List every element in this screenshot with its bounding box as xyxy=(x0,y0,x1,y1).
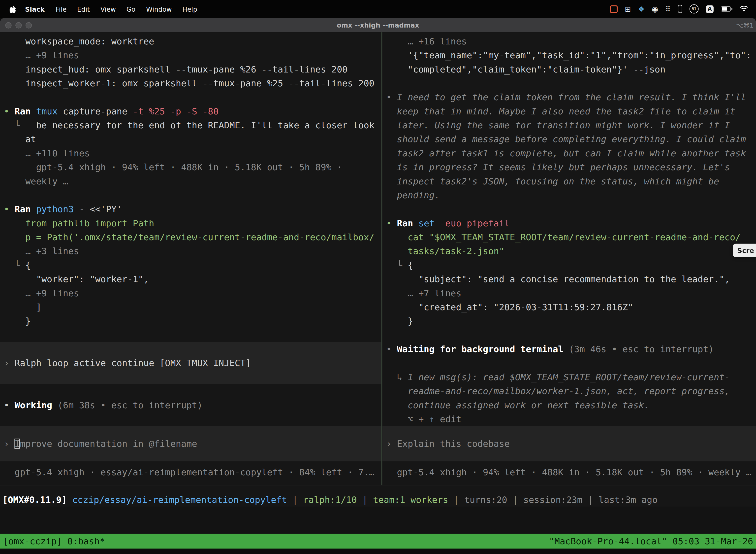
terminal-blank-line xyxy=(382,356,756,370)
text-segment: 1 new msg(s): read $OMX_TEAM_STATE_ROOT/… xyxy=(408,372,730,382)
blue-app-icon[interactable]: ❖ xyxy=(638,4,645,13)
terminal-line: continue assigned work or next feasible … xyxy=(382,398,756,412)
text-segment: … +7 lines xyxy=(386,288,461,298)
dots-grid-icon[interactable]: ⠿ xyxy=(666,4,671,13)
terminal-line: } xyxy=(382,314,756,328)
text-segment: ] xyxy=(4,302,42,312)
text-segment: -t %25 -p -S -80 xyxy=(133,106,218,116)
menu-item-help[interactable]: Help xyxy=(177,5,203,13)
zoom-button[interactable] xyxy=(25,22,32,28)
input-source-icon[interactable]: A xyxy=(706,5,713,13)
terminal-blank-line xyxy=(382,328,756,342)
terminal-line: task2 after task1 is complete, but can I… xyxy=(382,146,756,160)
screen: Slack FileEditViewGoWindowHelp ⊞ ❖ ◉ ⠿ 6… xyxy=(0,0,756,554)
text-segment: inspect_worker-1: omx sparkshell --tmux-… xyxy=(4,78,375,88)
text-segment: | xyxy=(582,494,598,505)
text-segment: Ralph loop active continue [OMX_TMUX_INJ… xyxy=(15,358,251,368)
window-title-bar: omx --xhigh --madmax ⌥⌘1 xyxy=(0,18,756,32)
menu-item-edit[interactable]: Edit xyxy=(72,5,95,13)
text-segment: Working xyxy=(15,400,58,410)
text-segment: Ran xyxy=(397,218,419,228)
wifi-icon[interactable] xyxy=(740,6,748,12)
text-segment: gpt-5.4 xhigh · 94% left · 488K in · 5.1… xyxy=(386,467,751,477)
terminal-line: should send a message before completing … xyxy=(382,132,756,146)
text-segment: '{"team_name":"my-team","task_id":"1","f… xyxy=(386,50,751,60)
text-segment: readme-and-reco/mailbox/worker-1.json, a… xyxy=(386,386,730,396)
text-segment: … +9 lines xyxy=(4,288,79,298)
menu-items: FileEditViewGoWindowHelp xyxy=(50,5,202,13)
text-segment: inspect task2's JSON, focusing on the st… xyxy=(386,176,719,186)
menu-item-file[interactable]: File xyxy=(50,5,72,13)
pane-status-line: gpt-5.4 xhigh · essay/ai-reimplementatio… xyxy=(0,465,381,479)
terminal-blank-line xyxy=(0,412,381,426)
text-segment: (3m 46s • esc to interrupt) xyxy=(569,344,714,354)
text-segment: "completed","claim_token":"claim-token"}… xyxy=(386,64,666,74)
bottom-strip xyxy=(0,549,756,554)
terminal-pane-left[interactable]: workspace_mode: worktree … +9 lines insp… xyxy=(0,32,381,485)
terminal-empty-area xyxy=(0,507,756,534)
battery-percent-icon[interactable]: 61 xyxy=(690,4,699,13)
text-segment: Explain this codebase xyxy=(397,439,510,449)
terminal-line: } xyxy=(0,314,381,328)
terminal-line: cat "$OMX_TEAM_STATE_ROOT/team/review-cu… xyxy=(382,230,756,244)
window-title: omx --xhigh --madmax xyxy=(0,21,756,29)
text-segment: • xyxy=(4,204,15,214)
window-controls xyxy=(0,22,32,28)
terminal-line: inspect_hud: omx sparkshell --tmux-pane … xyxy=(0,62,381,76)
terminal-line: ] xyxy=(0,300,381,314)
battery-icon[interactable] xyxy=(721,6,733,11)
menu-item-window[interactable]: Window xyxy=(141,5,177,13)
terminal-line: … +16 lines xyxy=(382,34,756,48)
menu-bar-left: Slack FileEditViewGoWindowHelp xyxy=(0,5,202,13)
terminal-line: └ be necessary for the end of the README… xyxy=(0,118,381,132)
menu-item-go[interactable]: Go xyxy=(121,5,141,13)
terminal-line: • Ran python3 - <<'PY' xyxy=(0,202,381,216)
text-segment: tasks/task-2.json" xyxy=(386,246,504,256)
text-segment: "worker": "worker-1", xyxy=(4,274,149,284)
minimize-button[interactable] xyxy=(15,22,21,28)
text-segment: [OMX#0.11.9] xyxy=(2,494,72,505)
circle-app-icon[interactable]: ◉ xyxy=(652,4,658,13)
text-segment: Ran xyxy=(15,204,36,214)
text-segment: continue assigned work or next feasible … xyxy=(386,400,649,410)
text-segment: } xyxy=(386,316,413,326)
text-segment: } xyxy=(4,316,31,326)
text-segment: { xyxy=(25,260,31,270)
text-segment: workspace_mode: worktree xyxy=(4,36,154,46)
terminal-line: … +3 lines xyxy=(0,244,381,258)
grid-icon[interactable]: ⊞ xyxy=(625,4,631,13)
screen-recording-icon[interactable] xyxy=(610,5,618,13)
text-segment: • xyxy=(386,218,397,228)
close-button[interactable] xyxy=(5,22,11,28)
apple-menu-icon[interactable] xyxy=(7,5,19,13)
terminal-line: … +110 lines xyxy=(0,146,381,160)
terminal-line: later. Using the same for transition mig… xyxy=(382,118,756,132)
menu-app-name[interactable]: Slack xyxy=(19,5,50,13)
terminal-line: … +9 lines xyxy=(0,286,381,300)
text-segment: I xyxy=(15,439,20,449)
tmux-session-info: [omx-cczip] 0:bash* xyxy=(3,536,105,546)
terminal-line: "completed","claim_token":"claim-token"}… xyxy=(382,62,756,76)
text-segment: (6m 38s • esc to interrupt) xyxy=(58,400,203,410)
text-segment: Waiting for background terminal xyxy=(397,344,569,354)
prompt-line: › Improve documentation in @filename xyxy=(0,437,381,450)
text-segment: └ xyxy=(4,260,25,270)
terminal-line: [OMX#0.11.9] cczip/essay/ai-reimplementa… xyxy=(0,493,756,507)
text-segment: ↳ xyxy=(386,372,408,382)
text-segment: team:1 workers xyxy=(373,494,448,505)
terminal-line: • Ran tmux capture-pane -t %25 -p -S -80 xyxy=(0,104,381,118)
terminal-blank-line xyxy=(382,202,756,216)
text-segment: last:3m ago xyxy=(598,494,657,505)
text-segment: -euo pipefail xyxy=(440,218,510,228)
text-segment: should send a message before completing … xyxy=(386,134,746,144)
menu-item-view[interactable]: View xyxy=(95,5,121,13)
terminal-line: keep that in mind. Maybe I also need the… xyxy=(382,104,756,118)
text-segment: … +9 lines xyxy=(4,50,79,60)
terminal-pane-right[interactable]: … +16 lines '{"team_name":"my-team","tas… xyxy=(382,32,756,485)
text-segment: • xyxy=(4,106,15,116)
terminal-line: … +9 lines xyxy=(0,48,381,62)
terminal-line: tasks/task-2.json" xyxy=(382,244,756,258)
text-segment: I need to get the claim token from the c… xyxy=(397,92,746,102)
terminal-line: • Ran set -euo pipefail xyxy=(382,216,756,230)
key-icon[interactable] xyxy=(678,5,682,13)
